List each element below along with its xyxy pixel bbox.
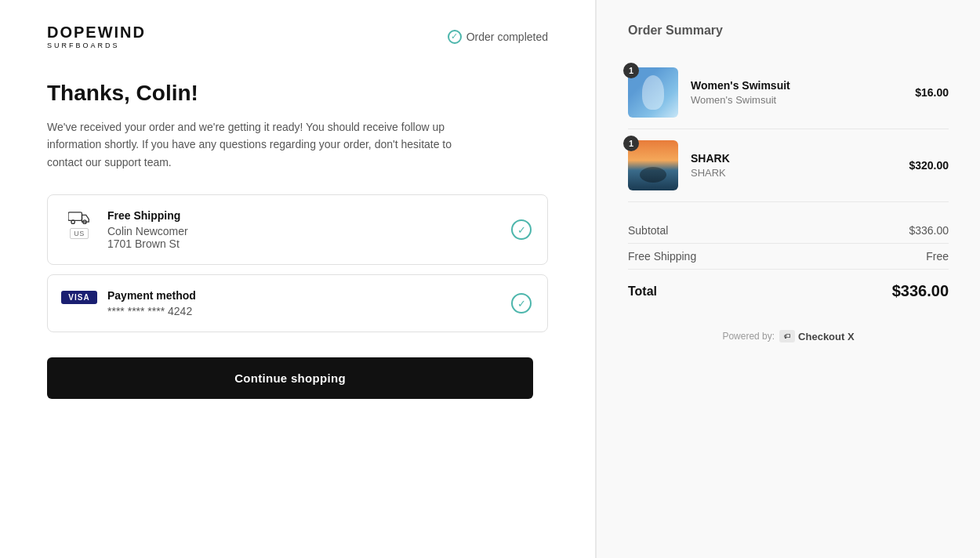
- left-panel: DOPEWIND SURFBOARDS ✓ Order completed Th…: [0, 0, 596, 558]
- svg-point-1: [71, 220, 74, 223]
- truck-icon: [68, 209, 90, 225]
- checkout-x-logo: 🏷 Checkout X: [779, 330, 855, 342]
- subtotal-value: $336.00: [909, 224, 949, 237]
- order-status-label: Order completed: [466, 31, 548, 43]
- powered-by-label: Powered by:: [722, 331, 775, 342]
- item-info: Women's Swimsuit Women's Swimsuit: [691, 79, 902, 106]
- order-description: We've received your order and we're gett…: [47, 118, 455, 171]
- payment-details: Payment method **** **** **** 4242: [107, 289, 532, 317]
- total-label: Total: [628, 284, 657, 299]
- item-variant: Women's Swimsuit: [691, 94, 902, 106]
- shipping-label: Free Shipping: [628, 250, 696, 263]
- shipping-icon-wrap: US: [64, 209, 95, 239]
- payment-title: Payment method: [107, 289, 532, 302]
- visa-badge: VISA: [61, 291, 97, 304]
- thanks-heading: Thanks, Colin!: [47, 81, 548, 106]
- shipping-check-icon: ✓: [511, 219, 532, 240]
- item-name: Women's Swimsuit: [691, 79, 902, 92]
- item-quantity-badge: 1: [623, 136, 639, 151]
- payment-icon-wrap: VISA: [64, 289, 95, 304]
- item-name: SHARK: [691, 152, 896, 165]
- subtotal-label: Subtotal: [628, 224, 668, 237]
- shipping-value: Free: [926, 250, 949, 263]
- shipping-row: Free Shipping Free: [628, 244, 949, 270]
- item-variant: SHARK: [691, 167, 896, 179]
- order-completed-icon: ✓: [448, 30, 462, 44]
- item-price: $320.00: [909, 159, 949, 172]
- powered-by: Powered by: 🏷 Checkout X: [628, 330, 949, 342]
- continue-shopping-button[interactable]: Continue shopping: [47, 357, 533, 399]
- item-info: SHARK SHARK: [691, 152, 896, 179]
- item-quantity-badge: 1: [623, 63, 639, 78]
- order-summary-title: Order Summary: [628, 24, 949, 38]
- order-item: 1 Women's Swimsuit Women's Swimsuit $16.…: [628, 56, 949, 129]
- shipping-name: Colin Newcomer: [107, 225, 532, 237]
- checkout-x-label: Checkout X: [798, 331, 855, 342]
- order-status: ✓ Order completed: [448, 30, 548, 44]
- logo: DOPEWIND SURFBOARDS: [47, 24, 146, 49]
- checkout-x-icon: 🏷: [779, 330, 795, 342]
- svg-rect-0: [68, 212, 82, 221]
- main-content: Thanks, Colin! We've received your order…: [47, 81, 548, 527]
- order-items-list: 1 Women's Swimsuit Women's Swimsuit $16.…: [628, 56, 949, 202]
- totals-section: Subtotal $336.00 Free Shipping Free Tota…: [628, 218, 949, 308]
- total-value: $336.00: [892, 282, 949, 300]
- item-image-wrap: 1: [628, 140, 678, 190]
- total-row: Total $336.00: [628, 270, 949, 308]
- logo-sub: SURFBOARDS: [47, 42, 120, 49]
- payment-card: VISA Payment method **** **** **** 4242 …: [47, 274, 548, 332]
- payment-check-icon: ✓: [511, 293, 532, 313]
- item-image-wrap: 1: [628, 67, 678, 118]
- shipping-details: Free Shipping Colin Newcomer 1701 Brown …: [107, 209, 532, 250]
- logo-main: DOPEWIND: [47, 24, 146, 42]
- subtotal-row: Subtotal $336.00: [628, 218, 949, 244]
- order-item: 1 SHARK SHARK $320.00: [628, 129, 949, 202]
- country-badge: US: [70, 228, 89, 239]
- shipping-title: Free Shipping: [107, 209, 532, 222]
- item-price: $16.00: [915, 86, 949, 99]
- shipping-card: US Free Shipping Colin Newcomer 1701 Bro…: [47, 194, 548, 265]
- card-masked: **** **** **** 4242: [107, 305, 532, 317]
- page-header: DOPEWIND SURFBOARDS ✓ Order completed: [47, 24, 548, 49]
- right-panel: Order Summary 1 Women's Swimsuit Women's…: [596, 0, 980, 558]
- shipping-address: 1701 Brown St: [107, 237, 532, 250]
